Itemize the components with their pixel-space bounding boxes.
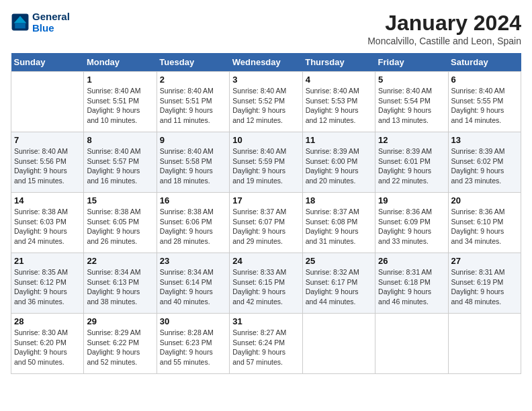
calendar-cell: [375, 314, 448, 374]
day-info: Sunrise: 8:30 AM Sunset: 6:20 PM Dayligh…: [14, 328, 81, 367]
logo-icon: [11, 13, 30, 32]
calendar-cell: 4Sunrise: 8:40 AM Sunset: 5:53 PM Daylig…: [302, 72, 375, 132]
day-number: 14: [14, 195, 81, 205]
day-info: Sunrise: 8:40 AM Sunset: 5:51 PM Dayligh…: [160, 86, 226, 126]
day-number: 16: [160, 195, 226, 205]
day-info: Sunrise: 8:38 AM Sunset: 6:05 PM Dayligh…: [87, 207, 153, 246]
day-number: 13: [451, 135, 518, 145]
location-subtitle: Moncalvillo, Castille and Leon, Spain: [367, 36, 521, 46]
day-number: 30: [160, 316, 226, 326]
day-info: Sunrise: 8:39 AM Sunset: 6:02 PM Dayligh…: [451, 146, 518, 186]
day-number: 20: [451, 195, 518, 205]
day-info: Sunrise: 8:40 AM Sunset: 5:59 PM Dayligh…: [232, 146, 299, 186]
calendar-cell: 17Sunrise: 8:37 AM Sunset: 6:07 PM Dayli…: [230, 193, 302, 253]
day-info: Sunrise: 8:31 AM Sunset: 6:18 PM Dayligh…: [378, 267, 445, 307]
day-number: 17: [232, 195, 299, 205]
page-header: General Blue January 2024 Moncalvillo, C…: [11, 11, 521, 46]
calendar-cell: 6Sunrise: 8:40 AM Sunset: 5:55 PM Daylig…: [448, 72, 521, 132]
week-row-5: 28Sunrise: 8:30 AM Sunset: 6:20 PM Dayli…: [11, 314, 521, 374]
month-title: January 2024: [367, 11, 521, 36]
calendar-cell: 11Sunrise: 8:39 AM Sunset: 6:00 PM Dayli…: [302, 132, 375, 193]
day-number: 7: [14, 135, 81, 145]
calendar-cell: 22Sunrise: 8:34 AM Sunset: 6:13 PM Dayli…: [84, 253, 157, 314]
calendar-cell: 19Sunrise: 8:36 AM Sunset: 6:09 PM Dayli…: [375, 193, 448, 253]
day-info: Sunrise: 8:40 AM Sunset: 5:53 PM Dayligh…: [306, 86, 372, 126]
day-number: 25: [306, 256, 372, 266]
day-info: Sunrise: 8:38 AM Sunset: 6:03 PM Dayligh…: [14, 207, 81, 246]
day-info: Sunrise: 8:39 AM Sunset: 6:00 PM Dayligh…: [306, 146, 372, 186]
day-info: Sunrise: 8:35 AM Sunset: 6:12 PM Dayligh…: [14, 267, 81, 307]
day-info: Sunrise: 8:40 AM Sunset: 5:51 PM Dayligh…: [87, 86, 153, 126]
day-info: Sunrise: 8:34 AM Sunset: 6:14 PM Dayligh…: [160, 267, 226, 307]
calendar-cell: 8Sunrise: 8:40 AM Sunset: 5:57 PM Daylig…: [84, 132, 157, 193]
logo-text: General Blue: [32, 11, 70, 34]
column-header-thursday: Thursday: [302, 53, 375, 72]
day-info: Sunrise: 8:34 AM Sunset: 6:13 PM Dayligh…: [87, 267, 153, 307]
calendar-cell: 14Sunrise: 8:38 AM Sunset: 6:03 PM Dayli…: [11, 193, 84, 253]
calendar-cell: 10Sunrise: 8:40 AM Sunset: 5:59 PM Dayli…: [230, 132, 302, 193]
day-number: 26: [378, 256, 445, 266]
day-number: 31: [232, 316, 299, 326]
calendar-table: SundayMondayTuesdayWednesdayThursdayFrid…: [11, 53, 521, 374]
day-number: 3: [232, 75, 299, 85]
calendar-cell: [448, 314, 521, 374]
calendar-cell: 31Sunrise: 8:27 AM Sunset: 6:24 PM Dayli…: [230, 314, 302, 374]
svg-rect-2: [15, 24, 26, 29]
column-header-sunday: Sunday: [11, 53, 84, 72]
day-info: Sunrise: 8:28 AM Sunset: 6:23 PM Dayligh…: [160, 328, 226, 367]
calendar-cell: 1Sunrise: 8:40 AM Sunset: 5:51 PM Daylig…: [84, 72, 157, 132]
day-info: Sunrise: 8:37 AM Sunset: 6:08 PM Dayligh…: [306, 207, 372, 246]
title-section: January 2024 Moncalvillo, Castille and L…: [367, 11, 521, 46]
calendar-cell: 12Sunrise: 8:39 AM Sunset: 6:01 PM Dayli…: [375, 132, 448, 193]
day-number: 19: [378, 195, 445, 205]
calendar-cell: 9Sunrise: 8:40 AM Sunset: 5:58 PM Daylig…: [157, 132, 229, 193]
day-number: 22: [87, 256, 153, 266]
day-number: 29: [87, 316, 153, 326]
day-number: 23: [160, 256, 226, 266]
day-info: Sunrise: 8:40 AM Sunset: 5:57 PM Dayligh…: [87, 146, 153, 186]
day-info: Sunrise: 8:40 AM Sunset: 5:58 PM Dayligh…: [160, 146, 226, 186]
day-number: 15: [87, 195, 153, 205]
calendar-cell: 21Sunrise: 8:35 AM Sunset: 6:12 PM Dayli…: [11, 253, 84, 314]
column-header-wednesday: Wednesday: [230, 53, 302, 72]
day-info: Sunrise: 8:40 AM Sunset: 5:56 PM Dayligh…: [14, 146, 81, 186]
calendar-cell: 2Sunrise: 8:40 AM Sunset: 5:51 PM Daylig…: [157, 72, 229, 132]
calendar-cell: 20Sunrise: 8:36 AM Sunset: 6:10 PM Dayli…: [448, 193, 521, 253]
calendar-cell: [302, 314, 375, 374]
column-header-monday: Monday: [84, 53, 157, 72]
day-number: 1: [87, 75, 153, 85]
calendar-cell: 27Sunrise: 8:31 AM Sunset: 6:19 PM Dayli…: [448, 253, 521, 314]
day-number: 12: [378, 135, 445, 145]
calendar-cell: 29Sunrise: 8:29 AM Sunset: 6:22 PM Dayli…: [84, 314, 157, 374]
day-info: Sunrise: 8:29 AM Sunset: 6:22 PM Dayligh…: [87, 328, 153, 367]
day-info: Sunrise: 8:38 AM Sunset: 6:06 PM Dayligh…: [160, 207, 226, 246]
day-info: Sunrise: 8:40 AM Sunset: 5:55 PM Dayligh…: [451, 86, 518, 126]
week-row-4: 21Sunrise: 8:35 AM Sunset: 6:12 PM Dayli…: [11, 253, 521, 314]
calendar-cell: 26Sunrise: 8:31 AM Sunset: 6:18 PM Dayli…: [375, 253, 448, 314]
calendar-cell: 24Sunrise: 8:33 AM Sunset: 6:15 PM Dayli…: [230, 253, 302, 314]
day-info: Sunrise: 8:40 AM Sunset: 5:54 PM Dayligh…: [378, 86, 445, 126]
calendar-cell: 30Sunrise: 8:28 AM Sunset: 6:23 PM Dayli…: [157, 314, 229, 374]
day-number: 8: [87, 135, 153, 145]
calendar-cell: 7Sunrise: 8:40 AM Sunset: 5:56 PM Daylig…: [11, 132, 84, 193]
day-info: Sunrise: 8:39 AM Sunset: 6:01 PM Dayligh…: [378, 146, 445, 186]
calendar-cell: 3Sunrise: 8:40 AM Sunset: 5:52 PM Daylig…: [230, 72, 302, 132]
day-info: Sunrise: 8:27 AM Sunset: 6:24 PM Dayligh…: [232, 328, 299, 367]
day-number: 28: [14, 316, 81, 326]
day-number: 5: [378, 75, 445, 85]
day-info: Sunrise: 8:40 AM Sunset: 5:52 PM Dayligh…: [232, 86, 299, 126]
week-row-1: 1Sunrise: 8:40 AM Sunset: 5:51 PM Daylig…: [11, 72, 521, 132]
day-info: Sunrise: 8:36 AM Sunset: 6:10 PM Dayligh…: [451, 207, 518, 246]
week-row-3: 14Sunrise: 8:38 AM Sunset: 6:03 PM Dayli…: [11, 193, 521, 253]
calendar-cell: 13Sunrise: 8:39 AM Sunset: 6:02 PM Dayli…: [448, 132, 521, 193]
calendar-cell: 28Sunrise: 8:30 AM Sunset: 6:20 PM Dayli…: [11, 314, 84, 374]
column-header-saturday: Saturday: [448, 53, 521, 72]
day-number: 6: [451, 75, 518, 85]
day-number: 27: [451, 256, 518, 266]
day-number: 24: [232, 256, 299, 266]
logo: General Blue: [11, 11, 70, 34]
calendar-cell: 18Sunrise: 8:37 AM Sunset: 6:08 PM Dayli…: [302, 193, 375, 253]
day-info: Sunrise: 8:31 AM Sunset: 6:19 PM Dayligh…: [451, 267, 518, 307]
day-number: 9: [160, 135, 226, 145]
day-info: Sunrise: 8:32 AM Sunset: 6:17 PM Dayligh…: [306, 267, 372, 307]
